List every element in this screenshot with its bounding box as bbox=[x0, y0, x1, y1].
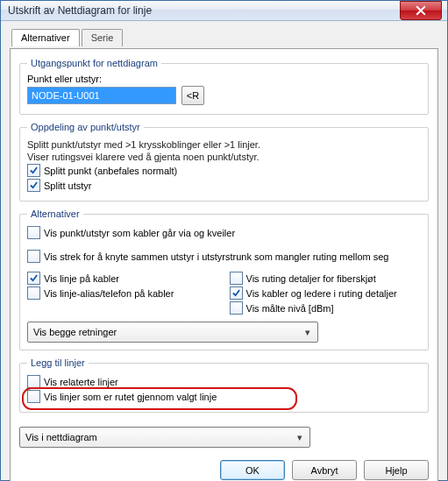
checkbox-label: Vis ruting detaljer for fiberskjøt bbox=[246, 273, 376, 284]
checkbox-strek[interactable] bbox=[27, 250, 40, 263]
checkbox-line-on-cables[interactable] bbox=[27, 272, 40, 285]
window-title: Utskrift av Nettdiagram for linje bbox=[8, 4, 400, 17]
view-combo[interactable]: Vis i nettdiagram ▾ bbox=[19, 427, 310, 448]
combo-value: Vis i nettdiagram bbox=[25, 432, 97, 442]
checkbox-label: Vis linje-alias/telefon på kabler bbox=[44, 288, 174, 299]
checkbox-label: Vis målte nivå [dBm] bbox=[246, 303, 334, 314]
highlighted-option: Vis linjer som er rutet gjennom valgt li… bbox=[27, 390, 421, 403]
checkbox-related-lines[interactable] bbox=[27, 375, 40, 388]
checkbox-split-point[interactable] bbox=[27, 164, 40, 177]
startpoint-label: Punkt eller utstyr: bbox=[27, 74, 421, 84]
button-label: Hjelp bbox=[385, 465, 407, 476]
group-legend: Utgangspunkt for nettdiagram bbox=[27, 58, 161, 68]
tab-strip: Alternativer Serie bbox=[10, 28, 438, 46]
cancel-button[interactable]: Avbryt bbox=[292, 460, 357, 480]
startpoint-input[interactable] bbox=[27, 87, 176, 104]
checkbox-label: Vis strek for å knyte sammen utstyr i ut… bbox=[44, 251, 388, 262]
group-legend: Alternativer bbox=[27, 209, 83, 219]
client-area: Alternativer Serie Utgangspunkt for nett… bbox=[1, 21, 447, 481]
checkbox-cables-leaders[interactable] bbox=[230, 286, 243, 300]
group-startpoint: Utgangspunkt for nettdiagram Punkt eller… bbox=[19, 58, 429, 115]
checkbox-split-equipment[interactable] bbox=[27, 179, 40, 192]
group-legend: Oppdeling av punkt/utstyr bbox=[27, 122, 144, 132]
combo-value: Vis begge retninger bbox=[33, 327, 117, 337]
checkbox-label: Vis linje på kabler bbox=[44, 273, 119, 284]
split-desc-2: Viser rutingsvei klarere ved å gjenta no… bbox=[27, 152, 421, 162]
direction-combo[interactable]: Vis begge retninger ▾ bbox=[27, 322, 318, 343]
checkbox-label: Splitt utstyr bbox=[44, 180, 91, 191]
checkbox-label: Vis punkt/utstyr som kabler går via og k… bbox=[44, 228, 235, 238]
button-label: OK bbox=[245, 465, 260, 476]
tab-serie[interactable]: Serie bbox=[82, 29, 124, 46]
checkbox-label: Vis relaterte linjer bbox=[44, 377, 118, 387]
split-desc-1: Splitt punkt/utstyr med >1 krysskoblinge… bbox=[27, 139, 421, 150]
button-label: Avbryt bbox=[311, 465, 338, 476]
title-bar: Utskrift av Nettdiagram for linje bbox=[1, 1, 447, 21]
button-label: <R bbox=[187, 90, 199, 101]
checkbox-measured-level[interactable] bbox=[230, 301, 243, 315]
help-button[interactable]: Hjelp bbox=[364, 460, 429, 480]
checkbox-routed-through[interactable] bbox=[27, 390, 40, 403]
checkbox-label: Vis kabler og ledere i ruting detaljer bbox=[246, 288, 397, 299]
ok-button[interactable]: OK bbox=[220, 460, 285, 480]
close-button[interactable] bbox=[400, 1, 442, 20]
chevron-down-icon: ▾ bbox=[294, 432, 306, 443]
close-icon bbox=[416, 5, 426, 16]
checkbox-label: Splitt punkt (anbefales normalt) bbox=[44, 166, 177, 176]
group-alternatives: Alternativer Vis punkt/utstyr som kabler… bbox=[19, 209, 429, 350]
dialog-window: Utskrift av Nettdiagram for linje Altern… bbox=[0, 0, 448, 481]
reset-button[interactable]: <R bbox=[181, 86, 204, 105]
tab-panel: Utgangspunkt for nettdiagram Punkt eller… bbox=[10, 48, 438, 481]
checkbox-via[interactable] bbox=[27, 226, 40, 239]
tab-alternativer[interactable]: Alternativer bbox=[11, 29, 80, 46]
tab-label: Serie bbox=[91, 32, 114, 43]
checkbox-line-alias[interactable] bbox=[27, 286, 40, 300]
group-legend: Legg til linjer bbox=[27, 357, 89, 368]
button-bar: OK Avbryt Hjelp bbox=[19, 455, 429, 480]
chevron-down-icon: ▾ bbox=[302, 327, 314, 338]
group-add-lines: Legg til linjer Vis relaterte linjer Vis… bbox=[19, 357, 429, 413]
tab-label: Alternativer bbox=[21, 32, 70, 43]
checkbox-label: Vis linjer som er rutet gjennom valgt li… bbox=[44, 392, 217, 402]
group-split: Oppdeling av punkt/utstyr Splitt punkt/u… bbox=[19, 122, 429, 202]
checkbox-ruting-fiber[interactable] bbox=[230, 272, 243, 285]
